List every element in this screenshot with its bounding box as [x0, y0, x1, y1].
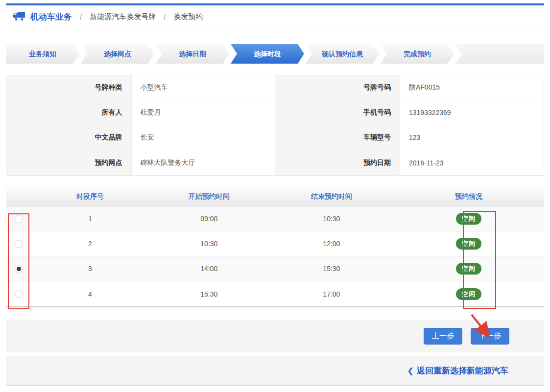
slot-start: 09:00: [148, 215, 269, 223]
slot-row: 314:0015:30空闲: [6, 256, 544, 281]
slot-radio-1[interactable]: [15, 215, 23, 223]
slot-row: 415:3017:00空闲: [6, 281, 544, 306]
step-progress-bar: 业务须知选择网点选择日期选择时段确认预约信息完成预约: [6, 44, 544, 64]
truck-icon: [6, 11, 25, 23]
breadcrumb-separator: /: [161, 13, 168, 21]
info-value: 123: [400, 125, 544, 150]
slot-start: 15:30: [148, 290, 269, 298]
chevron-left-icon: ❮: [407, 366, 414, 375]
info-value: 2016-11-23: [400, 150, 544, 175]
step-bar-filler: [455, 44, 544, 64]
radio-cell: [6, 265, 32, 273]
step-3: 选择日期: [156, 44, 229, 64]
info-label: 预约网点: [6, 150, 131, 175]
slot-radio-3[interactable]: [15, 265, 23, 273]
breadcrumb-root[interactable]: 机动车业务: [30, 11, 72, 23]
status-badge: 空闲: [456, 263, 481, 275]
info-value: 陕AF0015: [400, 75, 544, 100]
breadcrumb-separator: /: [77, 13, 85, 21]
info-value: 13193322369: [400, 100, 544, 125]
slot-end: 15:30: [269, 265, 393, 273]
status-cell: 空闲: [393, 288, 544, 300]
slot-table-body: 109:0010:30空闲210:3012:00空闲314:0015:30空闲4…: [6, 207, 544, 306]
time-slot-table: 时段序号开始预约时间结束预约时间预约情况 109:0010:30空闲210:30…: [6, 187, 544, 307]
back-link-bar: ❮ 返回重新选择新能源汽车: [6, 356, 544, 386]
radio-cell: [6, 240, 32, 248]
breadcrumb: 机动车业务 / 新能源汽车换发号牌 / 换发预约: [6, 5, 544, 28]
status-badge: 空闲: [456, 288, 481, 300]
previous-step-button[interactable]: 上一步: [424, 328, 462, 345]
slot-row: 210:3012:00空闲: [6, 231, 544, 256]
step-1: 业务须知: [6, 44, 79, 64]
slot-seq: 4: [32, 290, 148, 298]
info-value: 碑林大队警务大厅: [131, 150, 275, 175]
status-cell: 空闲: [393, 263, 544, 275]
info-label: 所有人: [6, 100, 131, 125]
info-value: 小型汽车: [131, 75, 275, 100]
slot-end: 17:00: [269, 290, 393, 298]
step-2: 选择网点: [81, 44, 154, 64]
slot-seq: 1: [32, 215, 148, 223]
info-label: 车辆型号: [275, 125, 400, 150]
info-value: 长安: [131, 125, 275, 150]
back-to-vehicle-select-link[interactable]: ❮ 返回重新选择新能源汽车: [407, 365, 508, 376]
info-label: 号牌号码: [275, 75, 400, 100]
breadcrumb-item-1[interactable]: 新能源汽车换发号牌: [90, 12, 156, 22]
info-label: 号牌种类: [6, 75, 131, 100]
status-cell: 空闲: [393, 238, 544, 250]
slot-seq: 2: [32, 240, 148, 248]
step-5: 确认预约信息: [306, 44, 379, 64]
back-link-label: 返回重新选择新能源汽车: [417, 365, 508, 376]
status-cell: 空闲: [393, 213, 544, 225]
slot-start: 10:30: [148, 240, 269, 248]
slot-table-header: 时段序号开始预约时间结束预约时间预约情况: [6, 187, 544, 207]
slot-seq: 3: [32, 265, 148, 273]
status-badge: 空闲: [456, 213, 481, 225]
slot-radio-2[interactable]: [15, 240, 23, 248]
slot-start: 14:00: [148, 265, 269, 273]
step-6: 完成预约: [381, 44, 454, 64]
info-label: 手机号码: [275, 100, 400, 125]
action-bar: 上一步 下一步: [6, 320, 544, 352]
status-badge: 空闲: [456, 238, 481, 250]
info-label: 中文品牌: [6, 125, 131, 150]
slot-row: 109:0010:30空闲: [6, 207, 544, 231]
slot-column-header: 时段序号: [32, 192, 148, 201]
radio-cell: [6, 290, 32, 298]
slot-column-header: 开始预约时间: [148, 192, 269, 201]
radio-cell: [6, 215, 32, 223]
slot-radio-4[interactable]: [15, 290, 23, 298]
next-step-button[interactable]: 下一步: [471, 328, 509, 345]
step-4: 选择时段: [231, 44, 304, 64]
page: 机动车业务 / 新能源汽车换发号牌 / 换发预约 业务须知选择网点选择日期选择时…: [0, 3, 550, 392]
info-value: 杜爱月: [131, 100, 275, 125]
vehicle-info-table: 号牌种类小型汽车号牌号码陕AF0015所有人杜爱月手机号码13193322369…: [6, 75, 544, 176]
slot-column-header: 结束预约时间: [269, 192, 393, 201]
breadcrumb-item-2: 换发预约: [173, 12, 203, 22]
slot-end: 12:00: [269, 240, 393, 248]
slot-column-header: 预约情况: [393, 192, 544, 201]
slot-end: 10:30: [269, 215, 393, 223]
info-label: 预约日期: [275, 150, 400, 175]
